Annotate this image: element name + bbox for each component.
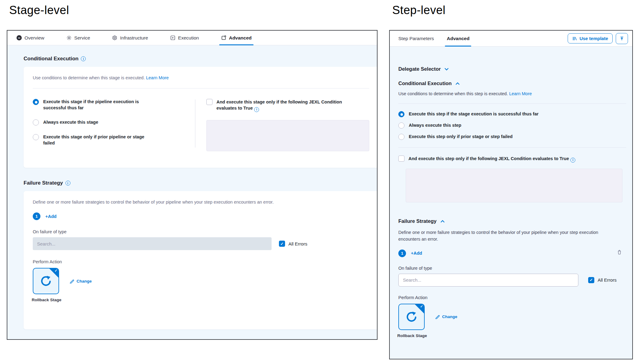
failure-strategy-description: Define one or more failure strategies to… xyxy=(33,200,369,205)
radio-icon xyxy=(398,122,404,129)
step-condition-radio-group: Execute this step if the stage execution… xyxy=(398,111,626,140)
overview-icon: ∞ xyxy=(17,35,22,40)
radio-icon xyxy=(398,111,404,117)
rollback-stage-tile[interactable]: ✓ xyxy=(33,268,59,294)
step-advanced-body: Delegate Selector Conditional Execution … xyxy=(390,47,632,359)
add-strategy-button[interactable]: +Add xyxy=(411,251,422,256)
on-failure-label: On failure of type xyxy=(398,266,626,271)
tab-advanced[interactable]: Advanced xyxy=(221,31,252,45)
conditional-execution-heading: Conditional Execution i xyxy=(24,56,377,62)
use-template-button[interactable]: Use template xyxy=(568,33,613,43)
tab-advanced-label: Advanced xyxy=(229,35,252,41)
conditional-execution-toggle[interactable]: Conditional Execution xyxy=(398,81,626,86)
chevron-down-icon xyxy=(444,67,449,71)
stage-advanced-body: Conditional Execution i Use conditions t… xyxy=(7,45,377,339)
stage-condition-radio-group: Execute this stage if the pipeline execu… xyxy=(33,99,195,151)
save-as-template-button[interactable] xyxy=(616,33,628,44)
on-failure-label: On failure of type xyxy=(33,229,369,234)
failure-type-search-input[interactable] xyxy=(33,237,272,250)
radio-always-execute[interactable]: Always execute this stage xyxy=(33,119,195,126)
tab-step-parameters-label: Step Parameters xyxy=(398,36,434,41)
failure-strategy-toggle[interactable]: Failure Strategy xyxy=(398,218,626,224)
radio-always-execute[interactable]: Always execute this step xyxy=(398,122,626,129)
radio-prior-failed[interactable]: Execute this stage only if prior pipelin… xyxy=(33,134,195,146)
radio-success-thus-far[interactable]: Execute this step if the stage execution… xyxy=(398,111,626,117)
tab-infrastructure-label: Infrastructure xyxy=(120,35,148,41)
perform-action-label: Perform Action xyxy=(398,295,626,300)
learn-more-link[interactable]: Learn More xyxy=(146,75,169,80)
gear-icon xyxy=(66,35,72,40)
stage-tabbar: ∞ Overview Service Infrastructure xyxy=(7,31,377,45)
radio-icon xyxy=(398,134,404,140)
trash-icon xyxy=(617,250,622,255)
pencil-icon xyxy=(70,279,74,283)
strategy-count-badge[interactable]: 1 xyxy=(398,250,406,257)
checkbox-icon: ✓ xyxy=(279,241,285,247)
info-icon[interactable]: i xyxy=(570,158,575,163)
rollback-stage-tile[interactable]: ✓ xyxy=(398,304,425,330)
tab-service-label: Service xyxy=(74,35,90,41)
tab-execution-label: Execution xyxy=(178,35,199,41)
checkbox-icon: ✓ xyxy=(588,277,594,283)
jexl-condition-input[interactable] xyxy=(406,169,622,202)
advanced-icon xyxy=(221,35,226,40)
failure-strategy-card: Define one or more failure strategies to… xyxy=(24,191,377,329)
hexagon-icon xyxy=(112,35,117,40)
tab-step-parameters[interactable]: Step Parameters xyxy=(398,31,434,46)
checkbox-icon xyxy=(206,99,212,105)
step-advanced-panel: Step Parameters Advanced Use template De… xyxy=(389,30,633,359)
radio-success-thus-far[interactable]: Execute this stage if the pipeline execu… xyxy=(33,99,195,111)
failure-type-search-input[interactable] xyxy=(398,274,578,287)
tab-overview-label: Overview xyxy=(24,35,44,41)
jexl-condition-checkbox-row[interactable]: And execute this step only if the follow… xyxy=(398,156,626,163)
step-level-title: Step-level xyxy=(392,4,445,17)
jexl-condition-input[interactable] xyxy=(206,120,369,151)
failure-strategy-heading: Failure Strategy i xyxy=(24,180,377,186)
perform-action-label: Perform Action xyxy=(33,259,369,264)
tab-overview[interactable]: ∞ Overview xyxy=(17,31,44,45)
step-tabbar: Step Parameters Advanced Use template xyxy=(390,31,632,47)
stage-advanced-panel: ∞ Overview Service Infrastructure xyxy=(7,30,378,340)
change-action-link[interactable]: Change xyxy=(435,314,457,319)
rollback-stage-caption: Rollback Stage xyxy=(395,333,429,339)
add-strategy-button[interactable]: +Add xyxy=(45,214,57,219)
divider xyxy=(398,103,626,104)
tab-service[interactable]: Service xyxy=(66,31,90,45)
conditional-execution-card: Use conditions to determine when this st… xyxy=(24,67,377,168)
tab-advanced[interactable]: Advanced xyxy=(447,31,469,46)
upload-arrow-icon xyxy=(619,36,624,41)
info-icon[interactable]: i xyxy=(81,56,86,61)
check-icon: ✓ xyxy=(420,304,423,309)
check-icon: ✓ xyxy=(55,268,58,273)
divider xyxy=(398,147,626,148)
learn-more-link[interactable]: Learn More xyxy=(509,91,532,96)
checkbox-icon xyxy=(398,156,404,162)
strategy-count-badge[interactable]: 1 xyxy=(33,212,40,220)
failure-strategy-description: Define one or more failure strategies to… xyxy=(398,229,600,243)
template-library-icon xyxy=(572,36,577,41)
delete-strategy-button[interactable] xyxy=(617,250,622,255)
jexl-condition-checkbox-row[interactable]: And execute this stage only if the follo… xyxy=(206,99,369,112)
tab-advanced-label: Advanced xyxy=(447,36,469,41)
chevron-up-icon xyxy=(455,82,460,85)
rollback-stage-caption: Rollback Stage xyxy=(30,297,63,303)
tab-infrastructure[interactable]: Infrastructure xyxy=(112,31,148,45)
radio-icon xyxy=(33,134,39,140)
tab-execution[interactable]: Execution xyxy=(170,31,199,45)
radio-icon xyxy=(33,99,39,105)
all-errors-checkbox-row[interactable]: ✓ All Errors xyxy=(279,241,307,247)
play-box-icon xyxy=(170,35,175,40)
chevron-up-icon xyxy=(440,220,445,223)
radio-prior-failed[interactable]: Execute this step only if prior stage or… xyxy=(398,134,626,140)
radio-icon xyxy=(33,119,39,126)
conditional-execution-description: Use conditions to determine when this st… xyxy=(398,91,626,96)
delegate-selector-toggle[interactable]: Delegate Selector xyxy=(398,66,626,72)
pencil-icon xyxy=(435,314,440,319)
info-icon[interactable]: i xyxy=(254,107,259,112)
stage-level-title: Stage-level xyxy=(9,4,69,17)
info-icon[interactable]: i xyxy=(66,181,70,186)
conditional-execution-description: Use conditions to determine when this st… xyxy=(33,75,369,80)
change-action-link[interactable]: Change xyxy=(70,279,92,283)
all-errors-checkbox-row[interactable]: ✓ All Errors xyxy=(588,277,617,283)
divider xyxy=(33,88,369,88)
